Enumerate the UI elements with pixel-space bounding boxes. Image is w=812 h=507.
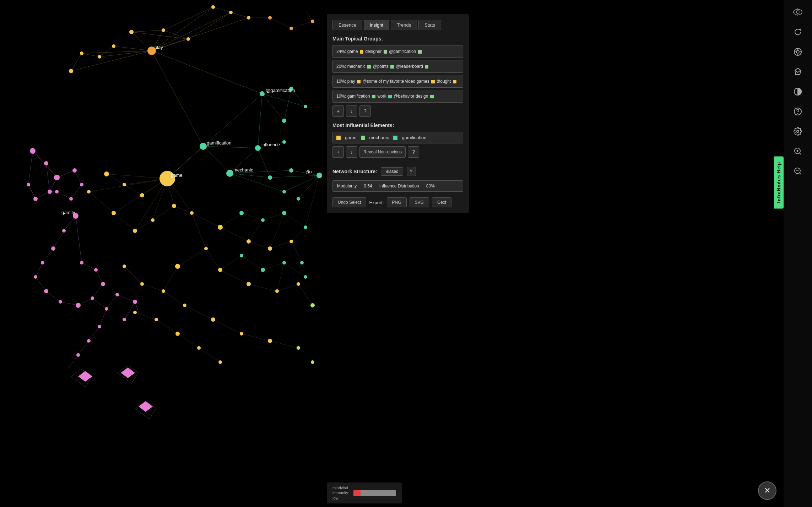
svg-point-198 bbox=[289, 87, 293, 91]
color-dot-green-4 bbox=[390, 65, 394, 69]
svg-point-200 bbox=[282, 119, 286, 123]
svg-point-204 bbox=[289, 168, 293, 173]
svg-point-208 bbox=[282, 211, 286, 215]
help-icon-btn[interactable] bbox=[789, 103, 806, 120]
svg-point-160 bbox=[159, 171, 175, 186]
target-icon-btn[interactable] bbox=[789, 43, 806, 60]
svg-point-155 bbox=[247, 16, 250, 20]
immunity-bar-fill bbox=[353, 490, 361, 496]
mechanic-influential-label: mechanic bbox=[369, 135, 389, 140]
export-png-btn[interactable]: PNG bbox=[387, 197, 407, 207]
color-dot-green-6 bbox=[372, 95, 375, 98]
contrast-icon-btn[interactable] bbox=[789, 83, 806, 100]
svg-point-230 bbox=[62, 229, 66, 233]
svg-point-190 bbox=[175, 332, 180, 336]
svg-point-152 bbox=[186, 37, 190, 41]
svg-point-166 bbox=[133, 229, 137, 233]
topic-group-1: 24%: game designer @gamification bbox=[332, 45, 463, 58]
color-dot-green-5 bbox=[425, 65, 428, 69]
metrics-row: Modularity 0.54 Influence Distribution 8… bbox=[332, 180, 463, 192]
svg-point-209 bbox=[304, 225, 307, 229]
influential-title: Most Influential Elements: bbox=[332, 122, 463, 128]
network-structure-section: Network Structure: Biased ? bbox=[332, 167, 463, 176]
svg-point-210 bbox=[240, 254, 243, 257]
svg-point-170 bbox=[218, 225, 223, 230]
influential-add-btn[interactable]: + bbox=[332, 146, 344, 158]
svg-line-270 bbox=[800, 153, 801, 154]
svg-point-171 bbox=[247, 239, 251, 244]
network-canvas[interactable]: play @gamification gamification influenc… bbox=[0, 0, 327, 507]
svg-point-163 bbox=[104, 171, 109, 176]
svg-point-156 bbox=[112, 44, 115, 48]
svg-point-192 bbox=[218, 360, 222, 364]
undo-select-btn[interactable]: Undo Select bbox=[332, 197, 366, 207]
svg-point-177 bbox=[275, 289, 279, 293]
export-svg-btn[interactable]: SVG bbox=[410, 197, 429, 207]
svg-point-162 bbox=[123, 183, 126, 186]
svg-point-186 bbox=[123, 265, 126, 268]
infra-help-tab[interactable]: InfraNodus Help bbox=[774, 156, 784, 208]
svg-point-232 bbox=[41, 261, 44, 265]
svg-point-217 bbox=[289, 27, 293, 30]
svg-point-195 bbox=[255, 145, 261, 151]
influential-down-btn[interactable]: ↓ bbox=[346, 146, 357, 158]
eye-icon-btn[interactable] bbox=[789, 4, 806, 21]
svg-point-168 bbox=[172, 204, 176, 208]
svg-point-225 bbox=[72, 168, 77, 173]
influential-help-btn[interactable]: ? bbox=[408, 146, 419, 158]
bottom-bar: mindviralimmunity:low bbox=[327, 483, 402, 503]
refresh-icon-btn[interactable] bbox=[789, 23, 806, 40]
svg-point-199 bbox=[304, 105, 307, 108]
svg-point-212 bbox=[282, 261, 286, 265]
svg-point-216 bbox=[268, 16, 272, 20]
svg-point-235 bbox=[59, 300, 62, 304]
group-down-btn[interactable]: ↓ bbox=[346, 105, 357, 117]
zoom-out-icon-btn[interactable] bbox=[789, 163, 806, 180]
svg-point-159 bbox=[69, 69, 73, 73]
svg-point-201 bbox=[282, 140, 286, 144]
topic-group-2: 20%: mechanic @points @leaderboard bbox=[332, 60, 463, 73]
close-button[interactable]: ✕ bbox=[758, 481, 776, 500]
svg-point-231 bbox=[51, 246, 55, 251]
svg-point-172 bbox=[268, 246, 272, 251]
export-gexf-btn[interactable]: Gexf bbox=[432, 197, 451, 207]
svg-point-180 bbox=[162, 289, 165, 293]
svg-point-227 bbox=[69, 197, 73, 201]
svg-point-246 bbox=[87, 339, 91, 343]
svg-point-237 bbox=[91, 296, 94, 300]
reveal-nonobvious-btn[interactable]: Reveal Non-obvious bbox=[359, 146, 406, 158]
svg-point-218 bbox=[311, 20, 314, 23]
tab-stats[interactable]: Stats bbox=[418, 20, 441, 30]
tab-bar: Essence Insight Trends Stats bbox=[332, 20, 463, 30]
svg-point-228 bbox=[55, 190, 59, 193]
svg-point-242 bbox=[115, 293, 119, 296]
gamification-color-dot bbox=[393, 136, 397, 140]
svg-point-158 bbox=[80, 51, 83, 55]
svg-point-197 bbox=[316, 173, 322, 178]
color-dot-teal-1 bbox=[388, 95, 392, 98]
settings-icon-btn[interactable] bbox=[789, 123, 806, 140]
svg-point-151 bbox=[162, 28, 165, 32]
color-dot-green-7 bbox=[430, 95, 434, 98]
tab-essence[interactable]: Essence bbox=[332, 20, 362, 30]
color-dot-green-3 bbox=[367, 65, 371, 69]
group-help-btn[interactable]: ? bbox=[359, 105, 371, 117]
tab-trends[interactable]: Trends bbox=[391, 20, 417, 30]
color-dot-green-2 bbox=[418, 50, 422, 54]
svg-point-219 bbox=[30, 148, 36, 154]
svg-point-221 bbox=[54, 175, 60, 180]
export-row: Undo Select Export: PNG SVG Gexf bbox=[332, 197, 463, 207]
svg-point-213 bbox=[304, 275, 307, 279]
svg-rect-0 bbox=[0, 0, 327, 507]
gem-icon-btn[interactable] bbox=[789, 63, 806, 80]
network-structure-help-btn[interactable]: ? bbox=[407, 167, 416, 176]
svg-point-267 bbox=[798, 114, 798, 114]
svg-point-175 bbox=[218, 268, 222, 272]
zoom-in-icon-btn[interactable] bbox=[789, 143, 806, 160]
group-add-btn[interactable]: + bbox=[332, 105, 344, 117]
svg-point-255 bbox=[796, 11, 799, 13]
influence-label: Influence Distribution bbox=[379, 184, 419, 189]
tab-insight[interactable]: Insight bbox=[364, 20, 389, 30]
svg-point-243 bbox=[133, 300, 137, 304]
topical-group-actions: + ↓ ? bbox=[332, 105, 463, 117]
